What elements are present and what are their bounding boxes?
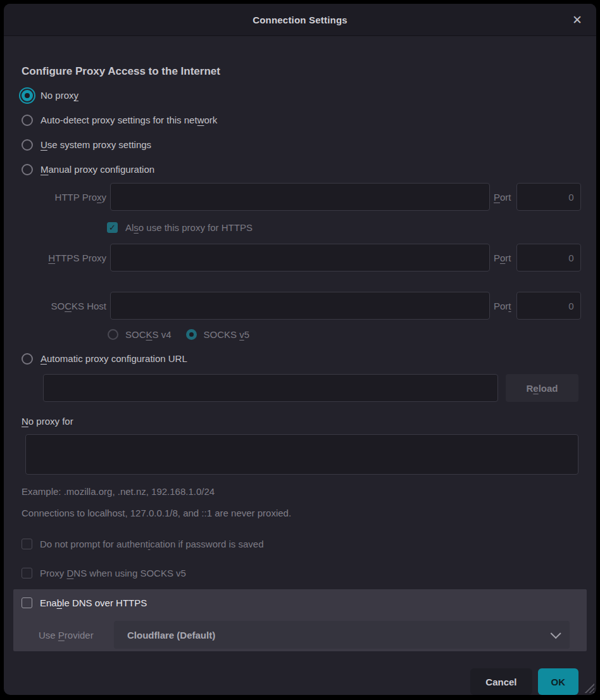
radio-socks-v5-icon[interactable]	[186, 329, 197, 340]
radio-autoconfig-label: Automatic proxy configuration URL	[41, 353, 187, 364]
radio-button-icon[interactable]	[22, 115, 33, 126]
provider-select[interactable]: Cloudflare (Default)	[114, 621, 570, 649]
socks-host-row: SOCKS Host Port	[22, 292, 578, 320]
connection-settings-dialog: Connection Settings ✕ Configure Proxy Ac…	[4, 4, 596, 695]
radio-auto-detect[interactable]: Auto-detect proxy settings for this netw…	[22, 108, 578, 132]
radio-autoconfig[interactable]: Automatic proxy configuration URL	[22, 346, 578, 371]
radio-auto-detect-label: Auto-detect proxy settings for this netw…	[41, 115, 217, 125]
reload-button[interactable]: Reload	[506, 374, 578, 402]
use-provider-label: Use Provider	[39, 630, 114, 641]
doh-section: Enable DNS over HTTPS Use Provider Cloud…	[13, 589, 587, 651]
http-port-input[interactable]	[516, 183, 581, 211]
checkbox-checked-icon[interactable]: ✓	[107, 222, 118, 233]
also-https-label: Also use this proxy for HTTPS	[125, 222, 253, 233]
no-proxy-example: Example: .mozilla.org, .net.nz, 192.168.…	[22, 484, 578, 498]
checkbox-icon[interactable]	[22, 539, 32, 549]
close-icon[interactable]: ✕	[568, 4, 586, 35]
dialog-titlebar: Connection Settings ✕	[4, 4, 596, 36]
autoconfig-url-input[interactable]	[43, 374, 498, 402]
no-proxy-for-label: No proxy for	[22, 414, 578, 428]
socks-version-row: SOCKS v4 SOCKS v5	[108, 328, 578, 341]
no-proxy-note: Connections to localhost, 127.0.0.1/8, a…	[22, 506, 578, 520]
radio-button-icon[interactable]	[22, 90, 33, 101]
https-proxy-row: HTTPS Proxy Port	[22, 244, 578, 272]
enable-doh-label: Enable DNS over HTTPS	[40, 597, 147, 608]
socks-port-label: Port	[494, 301, 513, 311]
dialog-content: Configure Proxy Access to the Internet N…	[4, 36, 596, 664]
socks-host-input[interactable]	[110, 292, 490, 320]
ok-button[interactable]: OK	[538, 668, 579, 695]
radio-no-proxy[interactable]: No proxy	[22, 83, 578, 108]
radio-no-proxy-label: No proxy	[41, 90, 78, 101]
radio-manual-label: Manual proxy configuration	[41, 164, 154, 175]
https-port-label: Port	[494, 253, 513, 263]
enable-doh-checkbox-row[interactable]: Enable DNS over HTTPS	[22, 596, 578, 609]
radio-use-system[interactable]: Use system proxy settings	[22, 132, 578, 157]
http-proxy-input[interactable]	[110, 183, 490, 211]
checkbox-icon[interactable]	[22, 568, 32, 578]
no-prompt-label: Do not prompt for authentication if pass…	[40, 539, 264, 549]
radio-manual[interactable]: Manual proxy configuration	[22, 157, 578, 182]
radio-socks-v4-icon[interactable]	[108, 329, 118, 340]
checkbox-icon[interactable]	[22, 597, 32, 608]
socks-port-input[interactable]	[516, 292, 581, 320]
dialog-title: Connection Settings	[253, 15, 347, 25]
https-port-input[interactable]	[516, 244, 581, 272]
autoconfig-url-row: Reload	[22, 374, 578, 402]
dialog-footer: Cancel OK	[4, 664, 596, 695]
socks-v5-label: SOCKS v5	[204, 329, 250, 340]
page-title: Configure Proxy Access to the Internet	[22, 65, 578, 78]
radio-use-system-label: Use system proxy settings	[41, 139, 151, 150]
http-proxy-label: HTTP Proxy	[22, 192, 106, 203]
https-proxy-input[interactable]	[110, 244, 490, 272]
http-proxy-row: HTTP Proxy Port	[22, 183, 578, 211]
provider-row: Use Provider Cloudflare (Default)	[22, 621, 578, 649]
provider-selected-value: Cloudflare (Default)	[127, 630, 551, 641]
socks-host-label: SOCKS Host	[22, 301, 106, 311]
cancel-button[interactable]: Cancel	[470, 668, 532, 695]
chevron-down-icon	[551, 628, 561, 639]
radio-button-icon[interactable]	[22, 139, 33, 151]
proxy-dns-checkbox-row[interactable]: Proxy DNS when using SOCKS v5	[22, 566, 578, 580]
radio-button-icon[interactable]	[22, 353, 33, 365]
proxy-dns-label: Proxy DNS when using SOCKS v5	[40, 568, 186, 578]
also-https-checkbox-row[interactable]: ✓ Also use this proxy for HTTPS	[107, 220, 578, 234]
socks-v4-label: SOCKS v4	[125, 329, 172, 340]
no-proxy-for-textarea[interactable]	[25, 434, 578, 475]
http-port-label: Port	[494, 192, 513, 203]
radio-button-icon[interactable]	[22, 164, 33, 175]
https-proxy-label: HTTPS Proxy	[22, 253, 106, 263]
no-prompt-checkbox-row[interactable]: Do not prompt for authentication if pass…	[22, 537, 578, 551]
